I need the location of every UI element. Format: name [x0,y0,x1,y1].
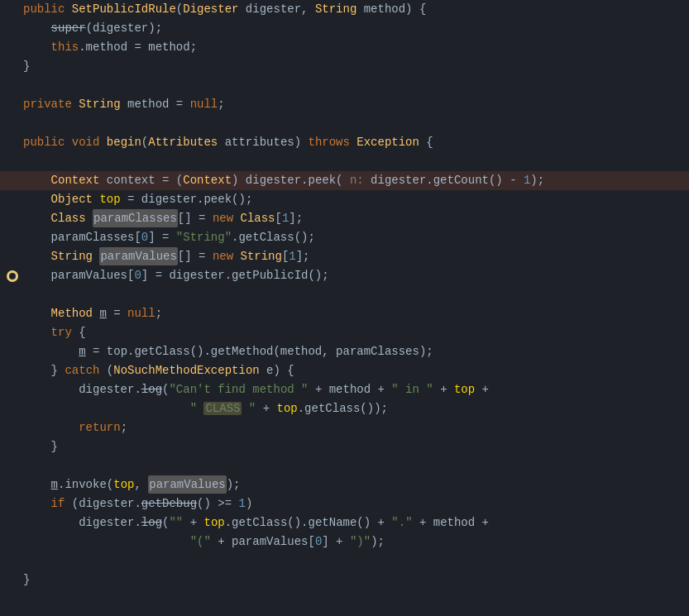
code-line [0,285,689,304]
code-text: { [72,323,86,341]
code-text [23,323,51,341]
code-text: paramClasses [93,209,178,227]
keyword: this [51,38,79,56]
code-text: + [183,513,203,532]
string: "" [169,513,183,532]
code-text: ) digester.peek( [232,171,350,189]
code-line: digester.log("Can't find method " + meth… [0,380,689,399]
code-text: [] = [178,209,213,227]
code-text: } [23,57,30,75]
code-text: ); [227,475,241,494]
code-line: Method m = null; [0,304,689,323]
code-text: paramValues [148,475,226,494]
string: "." [391,513,412,532]
code-text: top [277,399,298,418]
type: Attributes [148,133,218,151]
keyword: try [51,323,72,341]
code-text: .getClass().getName() + [225,513,392,532]
breakpoint-dot [9,273,16,279]
code-text: ] + [322,532,350,551]
code-text: method = [121,95,190,113]
code-text: m.invoke( [23,475,113,494]
code-text: ; [121,418,127,437]
code-text: attributes) [218,133,308,151]
code-text: .method = method; [79,38,197,56]
code-text: top [113,475,134,494]
code-text [23,494,51,513]
code-text: } [23,571,30,589]
code-text: [ [275,209,282,227]
code-text: ; [218,95,224,113]
code-text [23,190,51,208]
code-line: if (digester.getDebug() >= 1) [0,494,689,513]
code-text: ); [530,171,544,189]
code-text: + paramValues[ [211,532,315,551]
code-text: = digester.peek(); [121,190,253,208]
code-line: m = top.getClass().getMethod(method, par… [0,342,689,361]
code-text: digester, [238,0,314,18]
code-text [23,304,51,322]
type: Context [51,171,100,189]
code-text: top [454,380,475,399]
code-line-highlighted: Context context = (Context) digester.pee… [0,171,689,190]
code-line: m.invoke(top, paramValues); [0,475,689,494]
code-text: paramValues [99,247,177,265]
code-text: ] = digester.getPublicId(); [141,266,329,284]
code-line: public void begin(Attributes attributes)… [0,133,689,152]
code-line: } catch (NoSuchMethodException e) { [0,361,689,380]
code-text: top [203,513,224,532]
keyword: if [51,494,65,513]
number: 0 [134,266,141,284]
code-text: ( [107,361,113,380]
code-text: [ [282,247,289,265]
function-name: SetPublicIdRule [72,0,176,18]
code-text: paramClasses[ [23,228,141,246]
keyword: null [127,304,156,322]
code-line: Object top = digester.peek(); [0,190,689,209]
code-line [0,552,689,571]
number: 1 [289,247,295,265]
code-text [23,399,190,418]
code-text: (digester.getDebug() >= [65,494,238,513]
code-text: digester.getCount() - [364,171,524,189]
type: Method [51,304,93,322]
keyword: return [79,418,120,437]
type: String [315,0,356,18]
number: 1 [282,209,289,227]
code-line [0,114,689,133]
code-text [23,209,51,227]
code-text: context = ( [99,171,183,189]
code-line: "(" + paramValues[0] + ")"); [0,532,689,552]
code-line [0,456,689,475]
keyword: void [72,133,107,151]
string: " CLASS " [190,399,256,418]
code-text: digester.log( [23,513,169,532]
code-line: public SetPublicIdRule(Digester digester… [0,0,689,19]
string: "String" [176,228,232,246]
code-line: try { [0,323,689,342]
string: "Can't find method " [169,380,308,399]
code-text: .getClass(); [232,228,315,246]
keyword: catch [65,361,106,380]
string: "(" [190,532,211,551]
code-text: top [99,190,120,208]
type: String [51,247,93,265]
code-line: super(digester); [0,19,689,38]
code-text: ]; [289,209,303,227]
number: 1 [238,494,245,513]
code-text: n: [350,171,364,189]
code-text: } [23,437,58,456]
type: String [79,95,120,113]
type: Class [51,209,86,227]
code-text: ) [246,494,252,513]
code-text: method) { [356,0,426,18]
string: " in " [391,380,433,399]
keyword: private [23,95,79,113]
code-text: + [475,380,489,399]
code-text: ; [156,304,162,322]
code-text: m = top.getClass().getMethod(method, par… [23,342,433,361]
gutter-breakpoint-icon[interactable] [7,270,18,282]
string: ")" [350,532,371,551]
code-text: super(digester); [23,19,162,37]
type: Exception [356,133,419,151]
